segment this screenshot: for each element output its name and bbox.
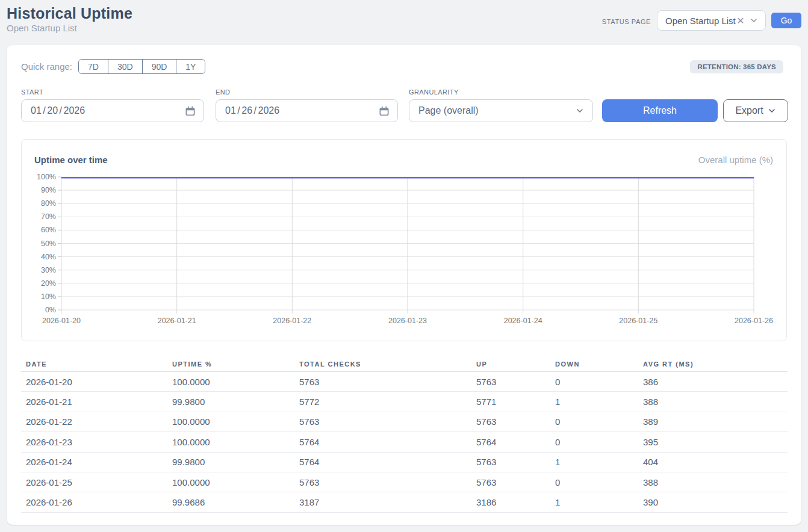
- svg-text:2026-01-20: 2026-01-20: [42, 317, 81, 325]
- svg-text:10%: 10%: [41, 292, 56, 301]
- svg-text:60%: 60%: [41, 226, 56, 234]
- svg-text:50%: 50%: [41, 240, 56, 248]
- svg-text:90%: 90%: [41, 186, 56, 194]
- svg-text:2026-01-23: 2026-01-23: [388, 317, 427, 325]
- svg-text:2026-01-25: 2026-01-25: [619, 317, 657, 325]
- svg-text:2026-01-21: 2026-01-21: [158, 317, 196, 325]
- svg-text:100%: 100%: [37, 173, 56, 181]
- svg-text:2026-01-26: 2026-01-26: [735, 317, 773, 325]
- svg-text:70%: 70%: [41, 212, 56, 221]
- svg-text:0%: 0%: [45, 306, 56, 314]
- svg-text:2026-01-22: 2026-01-22: [273, 317, 311, 325]
- svg-text:40%: 40%: [41, 253, 56, 261]
- svg-text:80%: 80%: [41, 199, 56, 208]
- svg-text:30%: 30%: [41, 266, 56, 274]
- svg-text:20%: 20%: [41, 279, 56, 288]
- svg-text:2026-01-24: 2026-01-24: [504, 317, 542, 325]
